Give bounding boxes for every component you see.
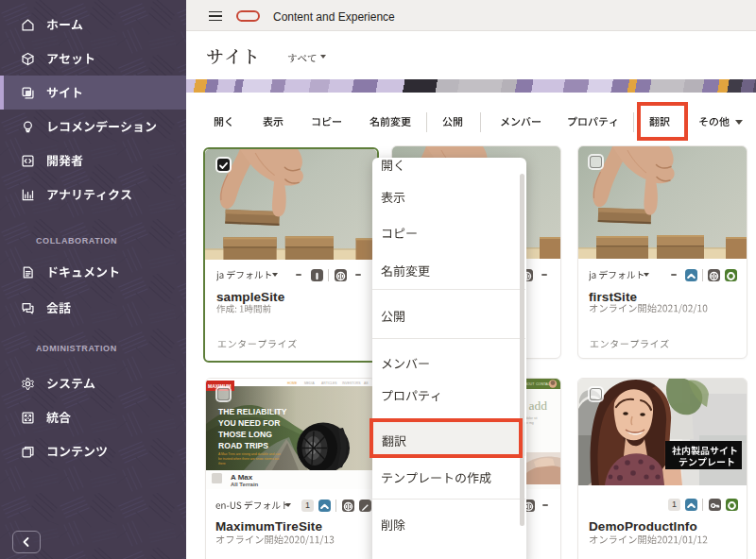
svg-text:HOME: HOME (287, 381, 298, 385)
svg-text:All Terrain: All Terrain (231, 482, 259, 487)
svg-text:A Max: A Max (231, 473, 253, 482)
svg-text:INVESTORS: INVESTORS (342, 381, 361, 385)
svg-text:ROAD TRIPS: ROAD TRIPS (218, 441, 268, 450)
svg-text:THE RELIABILITY: THE RELIABILITY (218, 407, 287, 416)
svg-text:there: there (218, 462, 226, 466)
svg-text:be trusted when there are snow: be trusted when there are snow storms ou… (218, 457, 279, 461)
svg-text:MEDIA: MEDIA (304, 381, 315, 385)
svg-text:YOU NEED FOR: YOU NEED FOR (218, 418, 281, 428)
svg-text:ARTICLES: ARTICLES (321, 381, 337, 385)
svg-text:A Max Tires are strong and dur: A Max Tires are strong and durable and c… (218, 452, 281, 456)
svg-text:AB: AB (364, 381, 369, 385)
svg-text:THOSE LONG: THOSE LONG (218, 430, 272, 439)
